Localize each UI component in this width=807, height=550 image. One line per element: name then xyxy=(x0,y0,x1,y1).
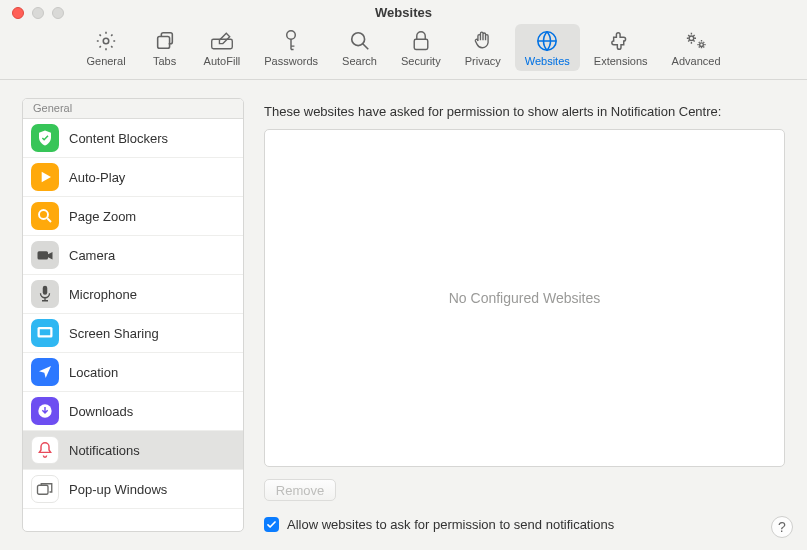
svg-point-0 xyxy=(103,38,109,44)
checkbox-label: Allow websites to ask for permission to … xyxy=(287,517,614,532)
puzzle-icon xyxy=(610,29,632,53)
allow-ask-checkbox-row[interactable]: Allow websites to ask for permission to … xyxy=(264,517,785,532)
sidebar-item-popup-windows[interactable]: Pop-up Windows xyxy=(23,470,243,509)
download-icon xyxy=(31,397,59,425)
content-area: General Content Blockers Auto-Play Page … xyxy=(0,80,807,550)
svg-point-7 xyxy=(689,36,694,41)
screen-icon xyxy=(31,319,59,347)
toolbar-general[interactable]: General xyxy=(76,24,135,71)
svg-rect-13 xyxy=(39,329,51,337)
svg-rect-1 xyxy=(157,36,169,48)
sidebar-label: Microphone xyxy=(69,287,137,302)
websites-sidebar: General Content Blockers Auto-Play Page … xyxy=(22,98,244,532)
close-window-button[interactable] xyxy=(12,7,24,19)
magnifier-icon xyxy=(31,202,59,230)
sidebar-label: Camera xyxy=(69,248,115,263)
sidebar-label: Location xyxy=(69,365,118,380)
toolbar-label: Passwords xyxy=(264,55,318,67)
toolbar-label: Security xyxy=(401,55,441,67)
sidebar-label: Page Zoom xyxy=(69,209,136,224)
minimize-window-button[interactable] xyxy=(32,7,44,19)
sidebar-item-content-blockers[interactable]: Content Blockers xyxy=(23,119,243,158)
sidebar-item-auto-play[interactable]: Auto-Play xyxy=(23,158,243,197)
maximize-window-button[interactable] xyxy=(52,7,64,19)
microphone-icon xyxy=(31,280,59,308)
sidebar-item-location[interactable]: Location xyxy=(23,353,243,392)
toolbar-extensions[interactable]: Extensions xyxy=(584,24,658,71)
gear-icon xyxy=(95,29,117,53)
remove-button[interactable]: Remove xyxy=(264,479,336,501)
sidebar-item-downloads[interactable]: Downloads xyxy=(23,392,243,431)
sidebar-label: Screen Sharing xyxy=(69,326,159,341)
tabs-icon xyxy=(154,29,176,53)
windows-icon xyxy=(31,475,59,503)
toolbar-label: Tabs xyxy=(153,55,176,67)
sidebar-label: Pop-up Windows xyxy=(69,482,167,497)
panel-description: These websites have asked for permission… xyxy=(264,98,785,119)
camera-icon xyxy=(31,241,59,269)
toolbar-autofill[interactable]: AutoFill xyxy=(194,24,251,71)
toolbar-label: General xyxy=(86,55,125,67)
svg-rect-15 xyxy=(38,485,49,494)
toolbar-tabs[interactable]: Tabs xyxy=(140,24,190,71)
toolbar-security[interactable]: Security xyxy=(391,24,451,71)
toolbar-label: AutoFill xyxy=(204,55,241,67)
lock-icon xyxy=(411,29,431,53)
checkbox-checked-icon[interactable] xyxy=(264,517,279,532)
sidebar-item-camera[interactable]: Camera xyxy=(23,236,243,275)
sidebar-label: Notifications xyxy=(69,443,140,458)
configured-websites-list[interactable]: No Configured Websites xyxy=(264,129,785,467)
toolbar-label: Privacy xyxy=(465,55,501,67)
bell-icon xyxy=(31,436,59,464)
toolbar-search[interactable]: Search xyxy=(332,24,387,71)
svg-rect-5 xyxy=(414,39,428,49)
main-panel: These websites have asked for permission… xyxy=(264,98,785,532)
shield-check-icon xyxy=(31,124,59,152)
toolbar-websites[interactable]: Websites xyxy=(515,24,580,71)
key-icon xyxy=(281,29,301,53)
svg-rect-10 xyxy=(38,251,49,259)
sidebar-item-page-zoom[interactable]: Page Zoom xyxy=(23,197,243,236)
sidebar-item-microphone[interactable]: Microphone xyxy=(23,275,243,314)
toolbar-label: Advanced xyxy=(672,55,721,67)
play-icon xyxy=(31,163,59,191)
traffic-lights xyxy=(12,7,64,19)
titlebar: Websites xyxy=(0,0,807,24)
svg-point-8 xyxy=(700,43,704,47)
svg-point-3 xyxy=(287,31,296,40)
toolbar-privacy[interactable]: Privacy xyxy=(455,24,511,71)
toolbar-label: Search xyxy=(342,55,377,67)
sidebar-label: Auto-Play xyxy=(69,170,125,185)
toolbar-label: Extensions xyxy=(594,55,648,67)
svg-rect-11 xyxy=(43,286,48,295)
hand-icon xyxy=(473,29,493,53)
sidebar-item-notifications[interactable]: Notifications xyxy=(23,431,243,470)
gears-icon xyxy=(684,29,708,53)
under-list-controls: Remove Allow websites to ask for permiss… xyxy=(264,479,785,532)
globe-icon xyxy=(536,29,558,53)
svg-point-4 xyxy=(351,33,364,46)
search-icon xyxy=(349,29,371,53)
toolbar-label: Websites xyxy=(525,55,570,67)
svg-point-9 xyxy=(39,210,48,219)
toolbar-passwords[interactable]: Passwords xyxy=(254,24,328,71)
location-arrow-icon xyxy=(31,358,59,386)
toolbar-advanced[interactable]: Advanced xyxy=(662,24,731,71)
sidebar-label: Downloads xyxy=(69,404,133,419)
help-button[interactable]: ? xyxy=(771,516,793,538)
pencil-box-icon xyxy=(210,29,234,53)
sidebar-item-screen-sharing[interactable]: Screen Sharing xyxy=(23,314,243,353)
preferences-toolbar: General Tabs AutoFill Passwords xyxy=(0,24,807,80)
window-title: Websites xyxy=(375,5,432,20)
empty-list-placeholder: No Configured Websites xyxy=(449,290,600,306)
sidebar-label: Content Blockers xyxy=(69,131,168,146)
sidebar-scroll[interactable]: Content Blockers Auto-Play Page Zoom Cam… xyxy=(23,119,243,531)
sidebar-section-header: General xyxy=(23,99,243,119)
